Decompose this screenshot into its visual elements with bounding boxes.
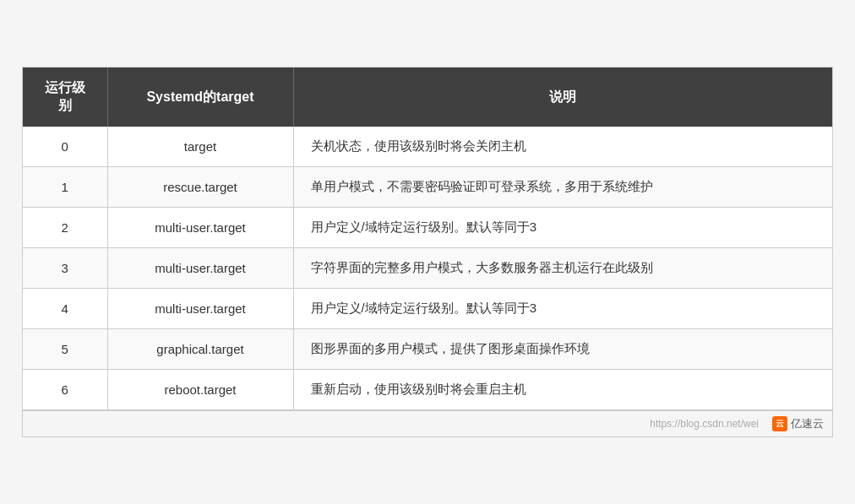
table-row: 3multi-user.target字符界面的完整多用户模式，大多数服务器主机运… bbox=[23, 248, 832, 289]
cell-description: 重新启动，使用该级别时将会重启主机 bbox=[293, 370, 832, 410]
cell-level: 2 bbox=[23, 208, 107, 248]
table-row: 5graphical.target图形界面的多用户模式，提供了图形桌面操作环境 bbox=[23, 329, 832, 370]
runlevel-table: 运行级别 Systemd的target 说明 0target关机状态，使用该级别… bbox=[23, 68, 832, 410]
cell-description: 用户定义/域特定运行级别。默认等同于3 bbox=[293, 208, 832, 248]
cell-target: multi-user.target bbox=[107, 248, 293, 289]
footer-url: https://blog.csdn.net/wei bbox=[650, 418, 759, 430]
header-level: 运行级别 bbox=[23, 68, 107, 127]
cell-target: target bbox=[107, 127, 293, 167]
cell-level: 5 bbox=[23, 329, 107, 370]
cell-target: rescue.target bbox=[107, 167, 293, 208]
cell-description: 字符界面的完整多用户模式，大多数服务器主机运行在此级别 bbox=[293, 248, 832, 289]
cell-description: 单用户模式，不需要密码验证即可登录系统，多用于系统维护 bbox=[293, 167, 832, 208]
cell-target: multi-user.target bbox=[107, 289, 293, 329]
footer-brand: 云 亿速云 bbox=[772, 416, 824, 431]
table-row: 1rescue.target单用户模式，不需要密码验证即可登录系统，多用于系统维… bbox=[23, 167, 832, 208]
table-header-row: 运行级别 Systemd的target 说明 bbox=[23, 68, 832, 127]
cell-description: 图形界面的多用户模式，提供了图形桌面操作环境 bbox=[293, 329, 832, 370]
table-row: 4multi-user.target用户定义/域特定运行级别。默认等同于3 bbox=[23, 289, 832, 329]
header-desc: 说明 bbox=[293, 68, 832, 127]
brand-name: 亿速云 bbox=[791, 416, 824, 431]
cell-level: 6 bbox=[23, 370, 107, 410]
header-target: Systemd的target bbox=[107, 68, 293, 127]
table-row: 2multi-user.target用户定义/域特定运行级别。默认等同于3 bbox=[23, 208, 832, 248]
brand-icon: 云 bbox=[772, 416, 787, 431]
cell-level: 3 bbox=[23, 248, 107, 289]
table-footer: https://blog.csdn.net/wei 云 亿速云 bbox=[23, 410, 832, 436]
table-row: 6reboot.target重新启动，使用该级别时将会重启主机 bbox=[23, 370, 832, 410]
cell-target: reboot.target bbox=[107, 370, 293, 410]
cell-level: 1 bbox=[23, 167, 107, 208]
cell-description: 关机状态，使用该级别时将会关闭主机 bbox=[293, 127, 832, 167]
table-container: 运行级别 Systemd的target 说明 0target关机状态，使用该级别… bbox=[22, 67, 833, 437]
cell-target: multi-user.target bbox=[107, 208, 293, 248]
cell-description: 用户定义/域特定运行级别。默认等同于3 bbox=[293, 289, 832, 329]
cell-level: 0 bbox=[23, 127, 107, 167]
cell-level: 4 bbox=[23, 289, 107, 329]
cell-target: graphical.target bbox=[107, 329, 293, 370]
table-row: 0target关机状态，使用该级别时将会关闭主机 bbox=[23, 127, 832, 167]
